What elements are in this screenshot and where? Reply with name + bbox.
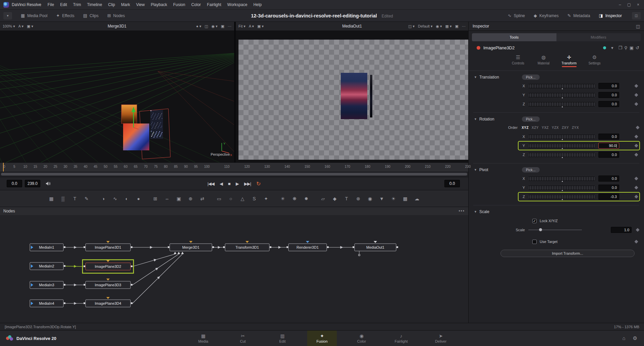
- image-plane-thumb-orange[interactable]: [121, 105, 137, 123]
- reset-icon[interactable]: ↺: [636, 45, 639, 50]
- menu-mark[interactable]: Mark: [118, 1, 133, 8]
- media-pool-button[interactable]: ▦Media Pool: [17, 11, 51, 20]
- scale-value-field[interactable]: 1.0: [611, 227, 632, 233]
- project-home-icon[interactable]: ⌂: [622, 335, 625, 341]
- right-viewer-canvas[interactable]: [236, 31, 468, 162]
- go-to-end-button[interactable]: ▶▶|: [244, 181, 251, 186]
- menu-help[interactable]: Help: [250, 1, 265, 8]
- dual-monitor-icon[interactable]: ◫: [632, 12, 641, 19]
- wand-mask-tool-icon[interactable]: ✦: [262, 194, 270, 203]
- page-edit[interactable]: ▥Edit: [268, 331, 297, 346]
- translation-z-slider[interactable]: [528, 102, 595, 106]
- rotation-pick-button[interactable]: Pick...: [522, 116, 540, 122]
- text-3d-tool-icon[interactable]: T: [342, 194, 351, 203]
- right-lut-dropdown[interactable]: Default ▾: [418, 24, 432, 29]
- timeline-ruler[interactable]: 0510152025303540455055606570758085909510…: [0, 162, 468, 171]
- pivot-y-value-field[interactable]: 0.0: [598, 185, 619, 191]
- scale-slider-thumb[interactable]: [539, 228, 542, 231]
- rotation-y-keyframe-diamond[interactable]: [634, 144, 638, 147]
- background-tool-icon[interactable]: ▦: [47, 194, 56, 203]
- stop-button[interactable]: ■: [228, 181, 230, 186]
- left-channel-icon[interactable]: A ▾: [18, 24, 23, 29]
- right-grid-icon[interactable]: ▦ ▾: [445, 24, 452, 29]
- order-option-yxz[interactable]: YXZ: [542, 126, 549, 130]
- rotation-x-slider[interactable]: [528, 135, 595, 139]
- scale-slider[interactable]: [528, 230, 582, 230]
- color-curves-tool-icon[interactable]: ∿: [111, 194, 119, 203]
- timeline-scroll-handle[interactable]: [1, 173, 467, 176]
- page-deliver[interactable]: ➤Deliver: [426, 331, 455, 346]
- pin-icon[interactable]: ⚲: [624, 45, 628, 50]
- menu-fusion[interactable]: Fusion: [170, 1, 188, 8]
- audio-speaker-icon[interactable]: [46, 181, 51, 186]
- menu-clip[interactable]: Clip: [105, 1, 118, 8]
- timeline-scrollbar[interactable]: [0, 171, 468, 177]
- rotation-z-slider[interactable]: [528, 153, 595, 157]
- scale-keyframe-diamond[interactable]: [636, 228, 639, 232]
- range-start-field[interactable]: 0.0: [7, 180, 22, 187]
- paint-tool-icon[interactable]: ✎: [82, 194, 91, 203]
- particle-render-tool-icon[interactable]: ✹: [302, 194, 311, 203]
- close-button[interactable]: ×: [637, 2, 639, 7]
- nodes-button[interactable]: ⊞Nodes: [103, 11, 129, 20]
- effects-button[interactable]: ✦Effects: [52, 11, 78, 20]
- spline-button[interactable]: ∿Spline: [504, 11, 529, 20]
- translation-x-keyframe-diamond[interactable]: [634, 84, 638, 88]
- rotation-y-value-field[interactable]: 90.0: [598, 143, 619, 149]
- bspline-mask-tool-icon[interactable]: S: [250, 194, 259, 203]
- polygon-mask-tool-icon[interactable]: △: [238, 194, 247, 203]
- project-settings-gear-icon[interactable]: ⚙: [633, 335, 637, 341]
- subtab-settings[interactable]: ⚙Settings: [584, 54, 605, 67]
- pivot-x-keyframe-diamond[interactable]: [634, 177, 638, 180]
- right-layout-icon[interactable]: ▣ ▾: [257, 24, 264, 29]
- blur-tool-icon[interactable]: ●: [134, 194, 143, 203]
- right-channel-icon[interactable]: A ▾: [249, 24, 254, 29]
- node-collapse-chevron-icon[interactable]: ▾: [611, 45, 613, 50]
- translation-y-keyframe-diamond[interactable]: [634, 93, 638, 97]
- translation-z-keyframe-diamond[interactable]: [634, 102, 638, 106]
- ambient-light-3d-tool-icon[interactable]: ☀: [389, 194, 398, 203]
- color-corrector-tool-icon[interactable]: ◑: [99, 194, 108, 203]
- connection-ImagePlane3D2-Merge3D1[interactable]: [132, 254, 175, 266]
- versions-icon[interactable]: ❐: [619, 45, 623, 50]
- tab-tools[interactable]: Tools: [472, 33, 556, 41]
- menu-color[interactable]: Color: [188, 1, 204, 8]
- hue-curves-tool-icon[interactable]: ◐: [122, 194, 131, 203]
- node-enable-dot[interactable]: [477, 46, 480, 50]
- rotation-z-value-field[interactable]: 0.0: [598, 152, 619, 158]
- use-target-keyframe-diamond[interactable]: [634, 240, 638, 243]
- rotation-order-keyframe-diamond[interactable]: [636, 126, 639, 129]
- use-target-checkbox[interactable]: [532, 240, 537, 244]
- import-transform-button[interactable]: Import Transform...: [500, 250, 635, 257]
- particle-merge-tool-icon[interactable]: ❋: [290, 194, 299, 203]
- order-option-xzy[interactable]: XZY: [532, 126, 539, 130]
- play-button[interactable]: ▶: [236, 181, 239, 186]
- translation-y-slider[interactable]: [528, 93, 595, 97]
- subtab-material[interactable]: ◍Material: [533, 54, 554, 67]
- fog-3d-tool-icon[interactable]: ☁: [413, 194, 421, 203]
- menu-playback[interactable]: Playback: [148, 1, 170, 8]
- menu-edit[interactable]: Edit: [57, 1, 70, 8]
- spot-light-3d-tool-icon[interactable]: ▼: [377, 194, 386, 203]
- menu-file[interactable]: File: [45, 1, 57, 8]
- left-zoom-dropdown[interactable]: 100% ▾: [3, 24, 15, 29]
- lock-xyz-checkbox[interactable]: [532, 219, 537, 223]
- left-roi-icon[interactable]: ▣: [221, 24, 224, 29]
- page-media[interactable]: ▦Media: [189, 331, 218, 346]
- right-split-view-icon[interactable]: ◫ ▾: [408, 24, 415, 29]
- order-option-zxy[interactable]: ZXY: [562, 126, 569, 130]
- merge-tool-icon[interactable]: ⊕: [186, 194, 195, 203]
- right-zoom-dropdown[interactable]: Fit ▾: [238, 24, 246, 29]
- page-color[interactable]: ◉Color: [347, 331, 376, 346]
- order-option-xyz[interactable]: XYZ: [522, 126, 529, 130]
- right-roi-icon[interactable]: ▣: [455, 24, 459, 29]
- node-color-dot[interactable]: [603, 46, 606, 49]
- minimize-button[interactable]: –: [619, 2, 621, 7]
- left-color-menu-icon[interactable]: ● ▾: [196, 24, 201, 29]
- renderer-3d-tool-icon[interactable]: ▩: [401, 194, 410, 203]
- left-gain-gamma-icon[interactable]: ◉ ▾: [211, 24, 217, 29]
- rectangle-mask-tool-icon[interactable]: ▭: [215, 194, 223, 203]
- resize-tool-icon[interactable]: ⇔: [163, 194, 171, 203]
- clips-button[interactable]: ▤Clips: [79, 11, 103, 20]
- translation-z-value-field[interactable]: 0.0: [598, 101, 619, 107]
